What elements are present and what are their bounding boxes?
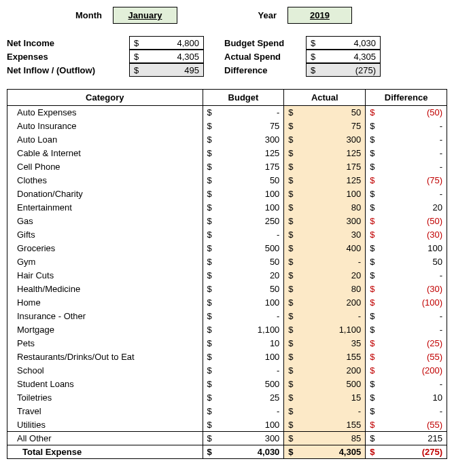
cell-value: 100 — [294, 189, 362, 199]
summary-value: (275) — [315, 65, 376, 75]
table-cell: $215 — [366, 432, 447, 445]
currency-symbol: $ — [207, 365, 212, 376]
currency-symbol: $ — [370, 107, 374, 117]
table-cell: $(50) — [366, 215, 447, 228]
table-cell: $- — [366, 269, 447, 282]
table-cell: $80 — [284, 201, 366, 215]
currency-symbol: $ — [288, 325, 293, 335]
cell-value: 50 — [212, 284, 280, 294]
summary-amount: $4,800 — [129, 36, 204, 50]
summary-row: Actual Spend$4,305 — [224, 50, 381, 63]
summary-left: Net Income$4,800Expenses$4,305Net Inflow… — [7, 36, 204, 77]
table-cell: $1,100 — [284, 323, 366, 337]
table-row: Entertainment$100$80$20 — [7, 201, 447, 215]
category-cell: Utilities — [7, 418, 203, 432]
table-row: Gas$250$300$(50) — [7, 215, 447, 228]
currency-symbol: $ — [370, 325, 374, 335]
summary-amount: $495 — [129, 63, 204, 77]
cell-value: 35 — [294, 338, 362, 348]
table-cell: $- — [366, 147, 447, 160]
cell-value: 100 — [212, 352, 280, 362]
category-cell: Total Expense — [7, 445, 203, 459]
header-difference: Difference — [366, 90, 447, 106]
currency-symbol: $ — [370, 162, 374, 172]
table-row: Restaurants/Drinks/Out to Eat$100$155$(5… — [7, 350, 447, 364]
currency-symbol: $ — [370, 297, 374, 308]
cell-value: 4,030 — [212, 447, 280, 457]
currency-symbol: $ — [288, 433, 293, 443]
currency-symbol: $ — [288, 162, 293, 172]
table-cell: $- — [366, 133, 447, 147]
currency-symbol: $ — [370, 121, 374, 131]
table-cell: $300 — [203, 432, 284, 445]
cell-value: - — [374, 189, 442, 199]
cell-value: 75 — [294, 121, 362, 131]
cell-value: 125 — [294, 175, 362, 185]
currency-symbol: $ — [207, 297, 212, 308]
cell-value: - — [212, 230, 280, 240]
table-row: Clothes$50$125$(75) — [7, 174, 447, 187]
summary-value: 495 — [139, 65, 199, 75]
table-cell: $20 — [284, 269, 366, 282]
cell-value: 125 — [294, 148, 362, 158]
currency-symbol: $ — [207, 189, 212, 199]
table-cell: $50 — [366, 255, 447, 269]
currency-symbol: $ — [288, 121, 293, 131]
currency-symbol: $ — [288, 148, 293, 158]
currency-symbol: $ — [288, 270, 293, 280]
currency-symbol: $ — [288, 379, 293, 389]
table-cell: $- — [203, 405, 284, 418]
category-cell: Home — [7, 296, 203, 310]
header-category: Category — [7, 90, 203, 106]
table-cell: $100 — [203, 350, 284, 364]
table-row: Auto Loan$300$300$- — [7, 133, 447, 147]
cell-value: - — [374, 121, 442, 131]
cell-value: (25) — [374, 338, 442, 348]
summary-label: Budget Spend — [224, 38, 306, 48]
currency-symbol: $ — [288, 365, 293, 376]
summary-label: Net Income — [7, 38, 129, 48]
cell-value: 155 — [294, 352, 362, 362]
table-cell: $(275) — [366, 445, 447, 459]
currency-symbol: $ — [207, 392, 212, 403]
table-cell: $- — [284, 310, 366, 323]
currency-symbol: $ — [288, 189, 293, 199]
summary-row: Expenses$4,305 — [7, 50, 204, 63]
table-cell: $75 — [203, 120, 284, 133]
table-cell: $300 — [284, 215, 366, 228]
table-cell: $(30) — [366, 228, 447, 242]
table-cell: $200 — [284, 296, 366, 310]
cell-value: 500 — [294, 379, 362, 389]
cell-value: 250 — [212, 216, 280, 226]
cell-value: 20 — [374, 202, 442, 213]
summary-value: 4,800 — [139, 38, 199, 48]
currency-symbol: $ — [370, 284, 374, 294]
table-cell: $125 — [203, 147, 284, 160]
category-cell: Gas — [7, 215, 203, 228]
table-cell: $- — [366, 160, 447, 174]
currency-symbol: $ — [370, 311, 374, 321]
category-cell: Hair Cuts — [7, 269, 203, 282]
cell-value: (50) — [374, 216, 442, 226]
table-cell: $50 — [203, 174, 284, 187]
currency-symbol: $ — [207, 420, 212, 430]
currency-symbol: $ — [370, 270, 374, 280]
cell-value: 50 — [374, 257, 442, 267]
table-row: Home$100$200$(100) — [7, 296, 447, 310]
category-cell: All Other — [7, 432, 203, 445]
table-row: Insurance - Other$-$-$- — [7, 310, 447, 323]
cell-value: (55) — [374, 420, 442, 430]
summary-label: Net Inflow / (Outflow) — [7, 65, 129, 75]
category-cell: Travel — [7, 405, 203, 418]
cell-value: 80 — [294, 284, 362, 294]
cell-value: 215 — [374, 433, 442, 443]
cell-value: 50 — [212, 257, 280, 267]
currency-symbol: $ — [207, 230, 212, 240]
table-cell: $10 — [366, 391, 447, 405]
category-cell: Pets — [7, 337, 203, 350]
table-row: All Other$300$85$215 — [7, 432, 447, 445]
cell-value: (75) — [374, 175, 442, 185]
cell-value: - — [374, 325, 442, 335]
category-cell: Gifts — [7, 228, 203, 242]
currency-symbol: $ — [207, 257, 212, 267]
